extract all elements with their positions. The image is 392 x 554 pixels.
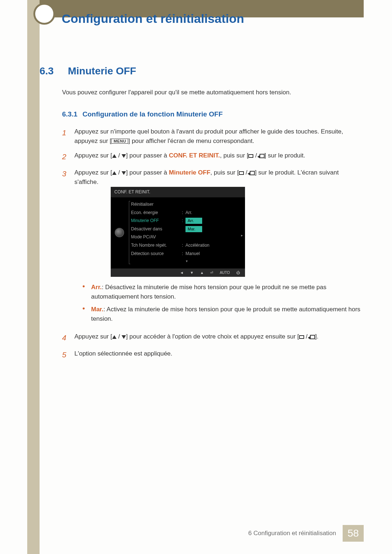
step-text: ] pour afficher l'écran de menu correspo… bbox=[128, 138, 254, 144]
step-text: ] pour accéder à l'option de votre choix… bbox=[126, 333, 299, 340]
step-text: Appuyez sur [ bbox=[74, 333, 112, 340]
up-arrow-icon bbox=[112, 154, 117, 158]
osd-title: CONF. ET REINIT. bbox=[111, 187, 245, 197]
osd-row: Econ. énergie:Arr. bbox=[128, 209, 245, 217]
step-1: 1 Appuyez sur n'importe quel bouton à l'… bbox=[62, 127, 364, 146]
osd-popup-opt: Mar. bbox=[185, 226, 202, 232]
subsection-heading: 6.3.1 Configuration de la fonction Minut… bbox=[62, 110, 364, 118]
back-icon: ◄ bbox=[180, 270, 184, 276]
step-text: Appuyez sur [ bbox=[74, 152, 112, 159]
source-icon bbox=[299, 335, 304, 339]
step-number: 4 bbox=[62, 332, 69, 344]
osd-row: Mode PC/AV bbox=[128, 233, 245, 241]
osd-screenshot: CONF. ET REINIT. Réinitialiser Econ. éne… bbox=[111, 187, 364, 277]
page-title: Configuration et réinitialisation bbox=[62, 12, 244, 26]
osd-row-selected: Minuterie OFF:Arr. bbox=[128, 217, 245, 225]
enter-icon bbox=[259, 154, 265, 158]
left-stripe bbox=[27, 0, 40, 554]
bullet-label: Arr. bbox=[91, 284, 102, 291]
osd-footer: ◄ ▼ ▲ ⏎ AUTO ⏻ bbox=[111, 268, 245, 277]
steps-list: 1 Appuyez sur n'importe quel bouton à l'… bbox=[62, 127, 364, 361]
bullet-arr: • Arr.: Désactivez la minuterie de mise … bbox=[82, 283, 364, 301]
step-5: 5 L'option sélectionnée est appliquée. bbox=[62, 349, 364, 361]
subsection-title: Configuration de la fonction Minuterie O… bbox=[82, 110, 222, 118]
enter-icon bbox=[309, 335, 315, 339]
scroll-down-icon: ▾ bbox=[128, 258, 245, 265]
content: 6.3 Minuterie OFF Vous pouvez configurer… bbox=[40, 65, 364, 366]
section-intro: Vous pouvez configurer l'appareil pour q… bbox=[62, 88, 364, 97]
menu-button-icon: MENU bbox=[111, 139, 128, 144]
down-arrow-icon bbox=[122, 171, 126, 175]
up-arrow-icon bbox=[112, 335, 117, 339]
footer: 6 Configuration et réinitialisation 58 bbox=[242, 525, 364, 542]
down-nav-icon: ▼ bbox=[190, 270, 194, 276]
bullet-text: : Activez la minuterie de mise hors tens… bbox=[91, 306, 360, 322]
osd-row: Désactiver dansMar. bbox=[128, 225, 245, 233]
step-number: 1 bbox=[62, 127, 69, 146]
sub-bullets: • Arr.: Désactivez la minuterie de mise … bbox=[82, 283, 364, 323]
up-nav-icon: ▲ bbox=[200, 270, 204, 276]
footer-chapter: 6 Configuration et réinitialisation bbox=[242, 525, 343, 542]
osd-row: Tch Nombre répét.:Accélération bbox=[128, 241, 245, 250]
enter-nav-icon: ⏎ bbox=[210, 270, 213, 276]
step-text: , puis sur [ bbox=[220, 152, 248, 159]
step-number: 3 bbox=[62, 168, 69, 327]
bullet-text: : Désactivez la minuterie de mise hors t… bbox=[91, 284, 326, 300]
step-text: ] pour passer à bbox=[126, 152, 169, 159]
down-arrow-icon bbox=[122, 335, 126, 339]
submenu-arrow-icon: ▸ bbox=[241, 233, 243, 238]
power-icon-footer: ⏻ bbox=[236, 270, 240, 276]
step-2: 2 Appuyez sur [ / ] pour passer à CONF. … bbox=[62, 151, 364, 163]
down-arrow-icon bbox=[122, 154, 126, 158]
jog-dial-icon bbox=[111, 228, 128, 237]
step-text: Appuyez sur [ bbox=[74, 169, 112, 176]
bullet-label: Mar. bbox=[91, 306, 103, 313]
step-text: ] pour passer à bbox=[126, 169, 169, 176]
bullet-icon: • bbox=[82, 283, 86, 301]
bullet-mar: • Mar.: Activez la minuterie de mise hor… bbox=[82, 305, 364, 323]
page-number: 58 bbox=[343, 525, 364, 542]
chapter-badge-icon bbox=[33, 3, 55, 25]
section-number: 6.3 bbox=[40, 65, 59, 77]
section-title: Minuterie OFF bbox=[68, 65, 136, 77]
bracket-icon bbox=[129, 201, 130, 264]
step-text: L'option sélectionnée est appliquée. bbox=[74, 349, 364, 361]
highlight-minuterie: Minuterie OFF bbox=[169, 169, 210, 176]
section-heading: 6.3 Minuterie OFF bbox=[40, 65, 364, 77]
step-number: 2 bbox=[62, 151, 69, 163]
source-icon bbox=[239, 171, 244, 175]
auto-label: AUTO bbox=[220, 270, 230, 276]
up-arrow-icon bbox=[112, 171, 117, 175]
step-3: 3 Appuyez sur [ / ] pour passer à Minute… bbox=[62, 168, 364, 327]
subsection-number: 6.3.1 bbox=[62, 110, 77, 118]
osd-popup-opt: Arr. bbox=[185, 218, 202, 224]
step-text: ]. bbox=[315, 333, 318, 340]
enter-icon bbox=[249, 171, 255, 175]
bullet-icon: • bbox=[82, 305, 86, 323]
step-text: , puis sur [ bbox=[211, 169, 239, 176]
source-icon bbox=[248, 154, 253, 158]
step-number: 5 bbox=[62, 349, 69, 361]
step-text: ] sur le produit. bbox=[265, 152, 305, 159]
osd-row: Réinitialiser bbox=[128, 200, 245, 209]
highlight-conf: CONF. ET REINIT. bbox=[169, 152, 220, 159]
step-4: 4 Appuyez sur [ / ] pour accéder à l'opt… bbox=[62, 332, 364, 344]
osd-row: Détection source:Manuel bbox=[128, 250, 245, 258]
